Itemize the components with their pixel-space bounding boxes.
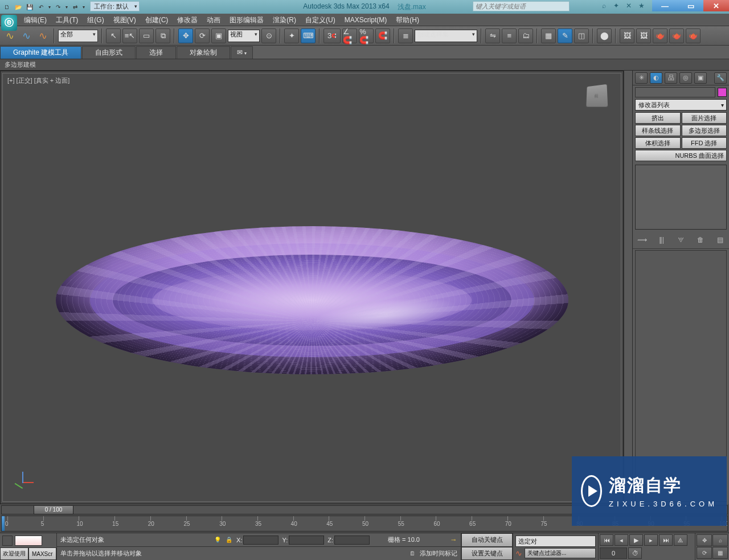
menu-rendering[interactable]: 渲染(R) xyxy=(268,14,301,26)
mod-btn-polysel[interactable]: 多边形选择 xyxy=(682,125,727,136)
tab-hierarchy-icon[interactable]: 品 xyxy=(665,72,677,84)
goto-end-icon[interactable]: ⏭ xyxy=(659,534,673,546)
key-icon[interactable]: ⊸ xyxy=(449,536,457,544)
favorite-icon[interactable]: ★ xyxy=(637,1,646,10)
script-icon[interactable] xyxy=(2,536,13,546)
key-filters-button[interactable]: 关键点过滤器... xyxy=(525,548,596,558)
search-input[interactable] xyxy=(473,1,570,11)
use-center-button[interactable]: ⊙ xyxy=(261,28,276,43)
maximize-vp-icon[interactable]: ▦ xyxy=(712,547,728,559)
welcome-button[interactable]: 欢迎使用 xyxy=(0,547,28,560)
maxscript-button[interactable]: MAXScr xyxy=(28,547,57,560)
coord-x-input[interactable] xyxy=(243,536,279,545)
snaps-3d-button[interactable]: 3🧲 xyxy=(323,28,341,43)
undo-drop-icon[interactable]: ▾ xyxy=(47,1,52,13)
play-icon[interactable]: ▶ xyxy=(629,534,643,546)
make-unique-icon[interactable]: ⩔ xyxy=(675,235,687,245)
time-ruler[interactable]: 0510152025303540455055606570758085909510… xyxy=(1,516,728,532)
remove-mod-icon[interactable]: 🗑 xyxy=(695,235,706,245)
tab-modify-icon[interactable]: ◐ xyxy=(650,72,662,84)
viewport-label[interactable]: [+] [正交] [真实 + 边面] xyxy=(6,76,71,85)
curve-editor-button[interactable]: ✎ xyxy=(558,28,572,43)
mirror-button[interactable]: ⇋ xyxy=(485,28,500,43)
ribbon-tab-drop[interactable]: ✉ xyxy=(231,46,252,59)
set-key-button[interactable]: 设置关键点 xyxy=(461,547,513,561)
select-name-button[interactable]: ≡↖ xyxy=(122,28,137,43)
tab-display-icon[interactable]: ▣ xyxy=(694,72,707,84)
filter-combo[interactable]: 全部 xyxy=(58,30,98,42)
coord-y-input[interactable] xyxy=(289,536,324,545)
scale-button[interactable]: ▣ xyxy=(211,28,226,43)
mod-btn-extrude[interactable]: 挤出 xyxy=(635,112,681,124)
undo-icon[interactable]: ↶ xyxy=(35,1,47,13)
prev-frame-icon[interactable]: ◂ xyxy=(615,534,628,546)
current-frame-input[interactable]: 0 xyxy=(600,547,627,559)
named-sets-button[interactable]: ≣ xyxy=(398,28,413,43)
mod-btn-nurbs[interactable]: NURBS 曲面选择 xyxy=(635,150,727,161)
orbit-icon[interactable]: ⟳ xyxy=(697,547,712,559)
time-slider-track[interactable]: 0 / 100 xyxy=(1,505,728,514)
pan-icon[interactable]: ✥ xyxy=(697,534,712,546)
lock-selection-icon[interactable]: 💡 xyxy=(214,536,222,544)
spinner-snap-button[interactable]: 🧲 xyxy=(375,28,390,43)
named-sel-combo[interactable]: 创建选择集 xyxy=(415,30,477,42)
time-tag-icon[interactable]: 🗓 xyxy=(408,550,416,558)
refcoord-combo[interactable]: 视图 xyxy=(228,30,260,42)
viewport[interactable]: [+] [正交] [真实 + 边面] 前 xyxy=(2,73,621,502)
save-icon[interactable]: 💾 xyxy=(24,1,35,13)
menu-modifiers[interactable]: 修改器 xyxy=(173,14,202,26)
redo-icon[interactable]: ↷ xyxy=(52,1,64,13)
app-menu-icon[interactable]: ⓔ xyxy=(1,15,17,31)
ribbon-tab-selection[interactable]: 选择 xyxy=(136,46,176,59)
ribbon-tab-graphite[interactable]: Graphite 建模工具 xyxy=(0,46,81,59)
ribbon-tab-paint[interactable]: 对象绘制 xyxy=(177,46,230,59)
new-icon[interactable]: 🗋 xyxy=(1,1,13,13)
render-setup-button[interactable]: 🖼 xyxy=(620,28,634,43)
menu-tools[interactable]: 工具(T) xyxy=(51,14,83,26)
angle-snap-button[interactable]: ∠🧲 xyxy=(342,28,357,43)
minimize-button[interactable]: — xyxy=(652,0,678,11)
align-button[interactable]: ≡ xyxy=(502,28,517,43)
mod-btn-splinesel[interactable]: 样条线选择 xyxy=(635,125,681,136)
mini-listener[interactable] xyxy=(15,536,42,546)
tab-utilities-icon[interactable]: 🔧 xyxy=(714,72,727,84)
percent-snap-button[interactable]: %🧲 xyxy=(359,28,374,43)
link-icon[interactable]: ⇄ xyxy=(69,1,81,13)
time-slider[interactable]: 0 / 100 xyxy=(34,505,73,514)
tab-motion-icon[interactable]: ◎ xyxy=(679,72,692,84)
workspace-selector[interactable]: 工作台: 默认 xyxy=(90,1,140,11)
select-button[interactable]: ↖ xyxy=(106,28,121,43)
menu-grapheditors[interactable]: 图形编辑器 xyxy=(225,14,268,26)
time-config-icon[interactable]: ⏱ xyxy=(628,547,642,559)
render-prod-button[interactable]: 🫖 xyxy=(686,28,701,43)
bind-space-warp-icon[interactable]: ∿ xyxy=(35,28,50,43)
close-button[interactable]: ✕ xyxy=(703,0,729,11)
rollout-area[interactable] xyxy=(635,250,727,502)
ribbon-tab-freeform[interactable]: 自由形式 xyxy=(82,46,136,59)
key-mode-icon[interactable]: ⧌ xyxy=(674,534,687,546)
modifier-list-combo[interactable]: 修改器列表 xyxy=(635,99,727,111)
render-iter-button[interactable]: 🫖 xyxy=(669,28,684,43)
menu-maxscript[interactable]: MAXScript(M) xyxy=(340,14,392,26)
manipulator-button[interactable]: ✦ xyxy=(284,28,299,43)
window-cross-button[interactable]: ⧉ xyxy=(155,28,170,43)
menu-edit[interactable]: 编辑(E) xyxy=(19,14,51,26)
lock-icon[interactable]: 🔒 xyxy=(225,536,233,544)
pin-stack-icon[interactable]: ⟿ xyxy=(636,235,648,245)
auto-key-button[interactable]: 自动关键点 xyxy=(461,533,513,547)
add-time-tag[interactable]: 添加时间标记 xyxy=(420,549,457,558)
open-icon[interactable]: 📂 xyxy=(13,1,24,13)
redo-drop-icon[interactable]: ▾ xyxy=(64,1,69,13)
signin-icon[interactable]: ✦ xyxy=(612,1,621,10)
object-color-swatch[interactable] xyxy=(718,88,727,97)
selected-combo[interactable]: 选定对 xyxy=(515,536,596,547)
material-editor-button[interactable]: ⬤ xyxy=(597,28,612,43)
mod-btn-volsel[interactable]: 体积选择 xyxy=(635,137,681,149)
render-frame-button[interactable]: 🖼 xyxy=(636,28,651,43)
configure-icon[interactable]: ▤ xyxy=(714,235,726,245)
viewcube[interactable]: 前 xyxy=(586,84,608,107)
goto-start-icon[interactable]: ⏮ xyxy=(600,534,613,546)
coord-z-input[interactable] xyxy=(334,536,370,545)
mod-btn-ffdsel[interactable]: FFD 选择 xyxy=(682,137,727,149)
mod-btn-patchsel[interactable]: 面片选择 xyxy=(682,112,727,124)
